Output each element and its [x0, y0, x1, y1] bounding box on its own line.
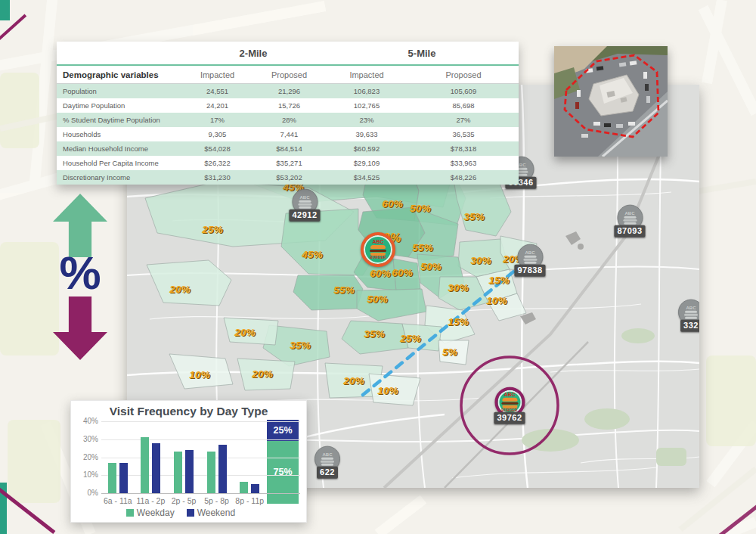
- cell-value: $53,202: [253, 170, 325, 185]
- row-label: Daytime Population: [57, 98, 181, 113]
- legend-label: Weekday: [137, 508, 175, 518]
- store-marker[interactable]: ABC87093: [614, 205, 645, 238]
- percent-label: 50%: [420, 261, 442, 272]
- store-id-label: 39762: [494, 412, 525, 424]
- trade-area-dashboard: { "demographic_table": { "group_headers"…: [0, 0, 756, 534]
- y-axis-tick: 30%: [73, 435, 98, 443]
- y-axis-tick: 10%: [73, 470, 98, 479]
- percent-label: 20%: [234, 327, 256, 338]
- column-header-proposed-2mi: Proposed: [253, 65, 325, 84]
- percent-label: 30%: [470, 255, 491, 266]
- cell-value: 105,609: [408, 84, 519, 99]
- cell-value: $34,525: [325, 170, 408, 185]
- brand-store-marker[interactable]: ABCBURGER39762: [494, 387, 525, 424]
- table-row: Median Household Income$54,028$84,514$60…: [57, 141, 519, 156]
- demographic-table-panel: 2-Mile 5-Mile Demographic variables Impa…: [57, 42, 519, 185]
- day-type-share-stacked-bar: 25%75%: [267, 420, 299, 504]
- percent-label: 25%: [400, 333, 421, 344]
- cell-value: 39,633: [325, 127, 408, 141]
- cell-value: $26,322: [181, 156, 253, 170]
- cell-value: 102,765: [325, 98, 408, 113]
- x-axis-tick: 8p - 11p: [232, 496, 267, 505]
- percent-label: 20%: [169, 284, 191, 295]
- table-row: Households9,3057,44139,63336,535: [57, 127, 519, 141]
- weekend-bar: [185, 450, 194, 493]
- cell-value: $35,271: [253, 156, 325, 170]
- table-row: Household Per Capita Income$26,322$35,27…: [57, 156, 519, 170]
- percent-label: 25%: [202, 224, 223, 235]
- cell-value: $31,230: [181, 170, 253, 185]
- weekday-bar: [141, 437, 149, 493]
- percent-label: 55%: [333, 284, 355, 296]
- percent-label: 35%: [364, 328, 385, 340]
- percent-label: 20%: [343, 375, 364, 387]
- brand-store-marker[interactable]: ABCBURGER: [361, 232, 395, 267]
- table-row: Discretionary Income$31,230$53,202$34,52…: [57, 170, 519, 185]
- y-axis-tick: 20%: [73, 453, 98, 461]
- percent-label: 60%: [382, 198, 403, 210]
- store-marker[interactable]: ABC97838: [514, 244, 545, 277]
- gridline: [101, 475, 300, 476]
- demographic-table-body: Population24,55121,296106,823105,609Dayt…: [57, 84, 519, 185]
- legend-item: Weekend: [187, 508, 235, 518]
- weekday-bar: [240, 482, 248, 493]
- weekend-bar: [152, 443, 160, 494]
- row-label: % Student Daytime Population: [57, 113, 181, 127]
- cell-value: 23%: [325, 113, 408, 127]
- satellite-image: [554, 46, 668, 157]
- x-axis-tick: 5p - 8p: [200, 496, 234, 505]
- cell-value: 9,305: [181, 127, 253, 141]
- cell-value: 106,823: [325, 84, 408, 99]
- cell-value: 17%: [181, 113, 253, 127]
- cell-value: 21,296: [253, 84, 325, 99]
- store-id-label: 97838: [514, 265, 545, 277]
- satellite-site-photo: [554, 46, 668, 157]
- weekday-bar: [207, 452, 215, 493]
- legend-swatch: [187, 509, 194, 517]
- abc-burger-logo: ABCBURGER: [361, 232, 395, 267]
- cell-value: 28%: [253, 113, 325, 127]
- legend-swatch: [126, 509, 134, 517]
- corner-accent-teal-top-left: [0, 0, 10, 20]
- table-row: Daytime Population24,20115,726102,76585,…: [57, 98, 519, 113]
- percent-symbol: %: [48, 250, 112, 296]
- row-label: Median Household Income: [57, 141, 181, 156]
- x-axis-tick: 6a - 11a: [101, 496, 135, 505]
- percent-label: 10%: [377, 385, 398, 396]
- x-axis-tick: 2p - 5p: [166, 496, 201, 505]
- cell-value: $54,028: [181, 141, 253, 156]
- column-header-proposed-5mi: Proposed: [408, 65, 519, 84]
- group-header-5mile: 5-Mile: [325, 42, 519, 65]
- store-marker[interactable]: ABC42912: [289, 189, 320, 222]
- row-label: Households: [57, 127, 181, 141]
- row-label: Household Per Capita Income: [57, 156, 181, 170]
- store-marker[interactable]: ABC332: [678, 300, 699, 332]
- cell-value: $48,226: [408, 170, 519, 185]
- cell-value: 7,441: [253, 127, 325, 141]
- percent-label: 10%: [189, 369, 210, 380]
- stacked-segment: 75%: [267, 441, 299, 504]
- chart-legend: WeekdayWeekend: [86, 508, 275, 518]
- weekday-bar: [174, 452, 182, 493]
- percent-label: 50%: [367, 293, 388, 305]
- percent-label: 30%: [448, 282, 469, 293]
- store-id-label: 42912: [289, 210, 320, 222]
- percent-label: 35%: [463, 211, 485, 222]
- cell-value: $84,514: [253, 141, 325, 156]
- cell-value: $29,109: [325, 156, 408, 170]
- percent-label: 15%: [448, 316, 469, 328]
- column-header-impacted-2mi: Impacted: [181, 65, 253, 84]
- weekend-bar: [251, 484, 259, 493]
- legend-item: Weekday: [126, 508, 175, 518]
- percent-label: 35%: [290, 340, 311, 351]
- store-marker[interactable]: ABC622: [314, 446, 340, 479]
- cell-value: 27%: [408, 113, 519, 127]
- cell-value: 15,726: [253, 98, 325, 113]
- x-axis-tick: 11a - 2p: [133, 496, 168, 505]
- table-row: % Student Daytime Population17%28%23%27%: [57, 113, 519, 127]
- visit-frequency-chart-panel: Visit Frequency by Day Type WeekdayWeeke…: [70, 400, 307, 523]
- cell-value: 85,698: [408, 98, 519, 113]
- gridline: [101, 421, 300, 422]
- percent-label: 50%: [410, 203, 431, 214]
- weekday-bar: [108, 463, 116, 493]
